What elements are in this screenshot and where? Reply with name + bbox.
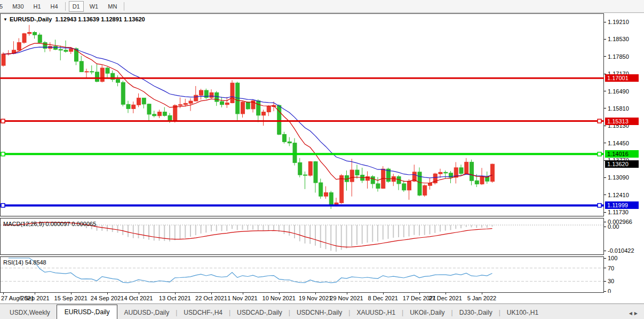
- axis-tick: [604, 212, 606, 213]
- date-tick: [347, 293, 347, 294]
- price-axis-label: 1.19210: [608, 18, 629, 26]
- chevron-down-icon[interactable]: ▼: [3, 17, 7, 22]
- chart-symbol-label: EURUSD-,Daily: [10, 16, 52, 22]
- axis-tick: [604, 56, 606, 57]
- price-axis-label: 1.11730: [608, 208, 629, 216]
- rsi-canvas[interactable]: [0, 256, 604, 293]
- date-label: 1 Nov 2021: [227, 295, 257, 301]
- tab-dj30-daily[interactable]: DJ30-,Daily: [453, 306, 499, 319]
- axis-tick: [604, 258, 606, 259]
- date-label: 5 Jan 2022: [467, 295, 496, 301]
- tab-usdcnh-daily[interactable]: USDCNH-,Daily: [290, 306, 348, 319]
- tab-scroll-arrows: ◀▶: [629, 311, 640, 316]
- candles: [2, 25, 495, 209]
- ma-fast-line: [3, 43, 492, 183]
- rsi-axis-label: 30: [608, 277, 614, 285]
- date-tick: [482, 293, 482, 294]
- axis-tick: [604, 22, 606, 22]
- date-label: 22 Oct 2021: [195, 295, 227, 301]
- tab-ukoil-daily[interactable]: UKOil-,Daily: [403, 306, 451, 319]
- tab-scroll-right-icon[interactable]: ▶: [634, 311, 640, 316]
- date-tick: [446, 293, 446, 294]
- axis-tick: [604, 268, 606, 268]
- price-axis-label: 1.12410: [608, 191, 629, 199]
- date-label: 27 Dec 2021: [429, 295, 462, 301]
- axis-tick: [604, 222, 606, 222]
- hline-handle[interactable]: [598, 119, 601, 123]
- tab-audusd-daily[interactable]: AUDUSD-,Daily: [117, 306, 176, 319]
- price-axis-label: 1.17850: [608, 53, 629, 60]
- timeframe-toolbar: 5M30H1H4D1W1MN: [0, 0, 644, 13]
- price-axis-label: 1.18530: [608, 35, 629, 43]
- hline-handle[interactable]: [1, 152, 5, 156]
- timeframe-button-d1[interactable]: D1: [69, 1, 84, 12]
- date-label: 15 Sep 2021: [54, 295, 88, 301]
- tab-uk100-h1[interactable]: UK100-,H1: [500, 306, 545, 319]
- timeframe-button-w1[interactable]: W1: [86, 1, 102, 12]
- macd-axis-label: 0.00: [608, 223, 619, 230]
- date-tick: [383, 293, 384, 294]
- date-tick: [35, 293, 35, 294]
- tab-usdx-weekly[interactable]: USDX,Weekly: [3, 306, 57, 319]
- chart-title: ▼EURUSD-,Daily 1.12943 1.13639 1.12891 1…: [3, 16, 145, 22]
- macd-name: MACD(12,26,9): [3, 221, 44, 227]
- rsi-panel[interactable]: RSI(14) 54.8548: [0, 256, 604, 293]
- tab-xauusd-h1[interactable]: XAUUSD-,H1: [350, 306, 402, 319]
- date-label: 8 Dec 2021: [368, 295, 398, 301]
- rsi-axis-label: 70: [608, 264, 614, 272]
- tab-usdchf-h4[interactable]: USDCHF-,H4: [177, 306, 229, 319]
- price-axis-label: 1.15810: [608, 105, 629, 112]
- timeframe-button-mn[interactable]: MN: [104, 1, 121, 12]
- date-tick: [3, 293, 4, 294]
- macd-panel[interactable]: MACD(12,26,9) 0.000097 0.000065: [0, 218, 604, 255]
- date-tick: [139, 293, 139, 294]
- date-label: 4 Oct 2021: [124, 295, 153, 301]
- rsi-label: RSI(14) 54.8548: [3, 259, 46, 266]
- axis-tick: [604, 227, 606, 227]
- rsi-axis-label: 100: [608, 254, 617, 262]
- price-axis-label: 1.14450: [608, 139, 629, 147]
- date-tick: [175, 293, 176, 294]
- axis-tick: [604, 177, 606, 178]
- axis-tick: [604, 291, 606, 292]
- axis-tick: [604, 281, 606, 282]
- toolbar-separator: [65, 2, 66, 11]
- date-label: 19 Nov 2021: [299, 295, 332, 301]
- date-tick: [107, 293, 108, 294]
- date-label: 10 Nov 2021: [263, 295, 296, 301]
- axis-tick: [604, 251, 606, 251]
- price-axis[interactable]: 1.192101.185301.178501.171701.164901.158…: [604, 13, 644, 293]
- macd-axis-label: -0.010422: [608, 247, 634, 254]
- main-chart-panel[interactable]: ▼EURUSD-,Daily 1.12943 1.13639 1.12891 1…: [0, 13, 604, 216]
- price-badge: 1.14016: [605, 150, 639, 158]
- axis-tick: [604, 108, 606, 108]
- tab-eurusd-daily[interactable]: EURUSD-,Daily: [57, 305, 118, 319]
- price-badge: 1.17001: [605, 74, 639, 82]
- chart-ohlc-values: 1.12943 1.13639 1.12891 1.13620: [55, 16, 145, 22]
- timeframe-button-h4[interactable]: H4: [47, 1, 62, 12]
- hline-handle[interactable]: [598, 152, 601, 156]
- date-tick: [315, 293, 316, 294]
- date-tick: [71, 293, 71, 294]
- main-chart-canvas[interactable]: [0, 13, 604, 216]
- price-badge: 1.11999: [605, 201, 639, 209]
- axis-tick: [604, 143, 606, 143]
- price-axis-label: 1.13090: [608, 174, 629, 181]
- chart-tab-bar: USDX,WeeklyEURUSD-,DailyAUDUSD-,Daily|US…: [0, 304, 644, 319]
- timeframe-button-m30[interactable]: M30: [9, 1, 27, 12]
- hline-handle[interactable]: [598, 204, 601, 207]
- date-tick: [279, 293, 280, 294]
- hline-handle[interactable]: [1, 204, 5, 207]
- date-label: 29 Nov 2021: [330, 295, 363, 301]
- date-tick: [243, 293, 243, 294]
- timeframe-button-5[interactable]: 5: [0, 1, 6, 12]
- timeframe-button-h1[interactable]: H1: [30, 1, 45, 12]
- date-tick: [419, 293, 420, 294]
- tab-scroll-left-icon[interactable]: ◀: [629, 311, 634, 316]
- tab-usdcad-daily[interactable]: USDCAD-,Daily: [230, 306, 289, 319]
- axis-tick: [604, 91, 606, 91]
- date-label: 24 Sep 2021: [91, 295, 124, 301]
- macd-values: 0.000097 0.000065: [45, 221, 96, 227]
- hline-handle[interactable]: [1, 119, 5, 123]
- date-axis[interactable]: 27 Aug 20216 Sep 202115 Sep 202124 Sep 2…: [0, 293, 644, 303]
